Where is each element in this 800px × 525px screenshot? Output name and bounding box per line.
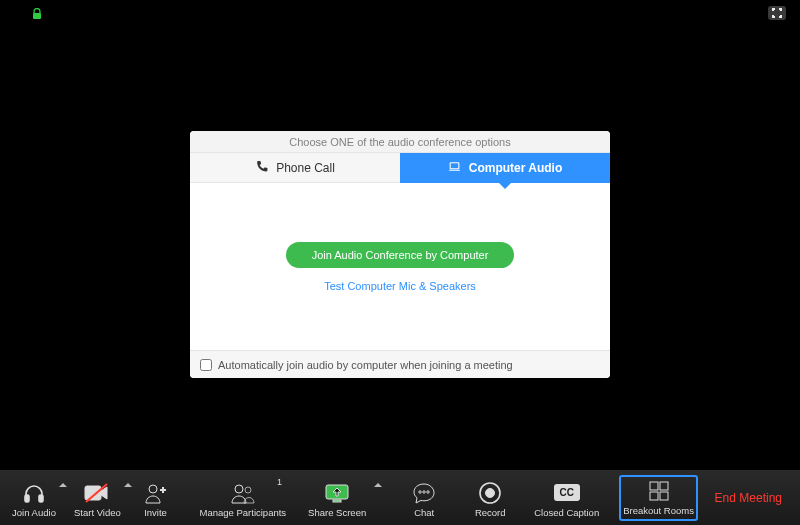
toolbar-label: Invite (144, 507, 167, 518)
start-video-button[interactable]: Start Video (72, 475, 123, 521)
laptop-icon (448, 160, 461, 176)
svg-point-7 (235, 485, 243, 493)
auto-join-label: Automatically join audio by computer whe… (218, 359, 513, 371)
join-audio-by-computer-button[interactable]: Join Audio Conference by Computer (286, 242, 515, 268)
record-icon (479, 481, 501, 505)
audio-tabs: Phone Call Computer Audio (190, 153, 610, 183)
audio-options-dialog: Choose ONE of the audio conference optio… (190, 131, 610, 378)
svg-rect-4 (85, 486, 101, 500)
breakout-rooms-icon (648, 479, 670, 503)
dialog-body: Join Audio Conference by Computer Test C… (190, 183, 610, 350)
svg-point-6 (149, 485, 157, 493)
svg-rect-2 (25, 495, 29, 502)
toolbar-label: Closed Caption (534, 507, 599, 518)
svg-point-8 (245, 487, 251, 493)
svg-rect-0 (33, 13, 41, 19)
lock-icon (32, 8, 42, 23)
share-screen-button[interactable]: Share Screen (306, 475, 368, 521)
join-audio-button[interactable]: Join Audio (10, 475, 58, 521)
svg-point-11 (419, 490, 421, 492)
breakout-rooms-button[interactable]: Breakout Rooms (619, 475, 698, 521)
end-meeting-button[interactable]: End Meeting (707, 491, 790, 505)
closed-caption-button[interactable]: CC Closed Caption (532, 475, 601, 521)
tab-label: Computer Audio (469, 161, 563, 175)
toolbar-label: Manage Participants (200, 507, 287, 518)
tab-computer-audio[interactable]: Computer Audio (400, 153, 610, 183)
fullscreen-button[interactable] (768, 6, 786, 20)
toolbar-label: Record (475, 507, 506, 518)
share-screen-menu-chevron[interactable] (374, 483, 382, 487)
share-screen-icon (324, 481, 350, 505)
video-off-icon (84, 481, 110, 505)
tab-phone-call[interactable]: Phone Call (190, 153, 400, 183)
participants-icon (229, 481, 257, 505)
invite-button[interactable]: Invite (132, 475, 180, 521)
meeting-window: Choose ONE of the audio conference optio… (0, 0, 800, 525)
toolbar-label: Start Video (74, 507, 121, 518)
svg-rect-19 (660, 492, 668, 500)
test-mic-speakers-link[interactable]: Test Computer Mic & Speakers (324, 280, 476, 292)
record-button[interactable]: Record (466, 475, 514, 521)
auto-join-checkbox[interactable] (200, 359, 212, 371)
dialog-footer: Automatically join audio by computer whe… (190, 350, 610, 378)
svg-point-13 (427, 490, 429, 492)
phone-icon (255, 160, 268, 176)
chat-icon (412, 481, 436, 505)
toolbar-label: Share Screen (308, 507, 366, 518)
svg-rect-1 (450, 163, 459, 169)
svg-rect-17 (660, 482, 668, 490)
headphones-icon (22, 481, 46, 505)
participants-count: 1 (277, 477, 282, 487)
svg-rect-10 (333, 500, 341, 502)
chat-button[interactable]: Chat (400, 475, 448, 521)
svg-point-12 (423, 490, 425, 492)
dialog-heading: Choose ONE of the audio conference optio… (190, 131, 610, 153)
invite-icon (144, 481, 168, 505)
svg-rect-3 (39, 495, 43, 502)
closed-caption-icon: CC (554, 481, 580, 505)
svg-rect-16 (650, 482, 658, 490)
tab-label: Phone Call (276, 161, 335, 175)
svg-point-15 (486, 488, 495, 497)
toolbar-label: Chat (414, 507, 434, 518)
meeting-toolbar: Join Audio Start Video Invite 1 (0, 470, 800, 525)
toolbar-label: Breakout Rooms (623, 505, 694, 516)
toolbar-label: Join Audio (12, 507, 56, 518)
manage-participants-button[interactable]: 1 Manage Participants (198, 475, 289, 521)
svg-rect-18 (650, 492, 658, 500)
